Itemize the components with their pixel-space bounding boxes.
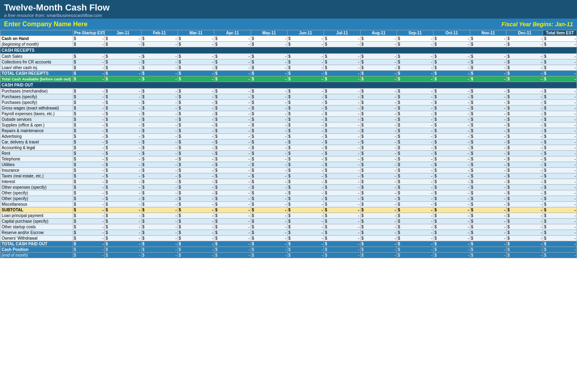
money-cell[interactable]: $-	[470, 139, 506, 145]
money-cell[interactable]: $-	[105, 65, 141, 71]
money-cell[interactable]: $-	[214, 128, 251, 134]
money-cell[interactable]: $-	[287, 139, 324, 145]
money-cell[interactable]: $-	[507, 202, 543, 207]
money-cell[interactable]: $-	[470, 190, 506, 196]
money-cell[interactable]: $-	[178, 241, 214, 247]
money-cell[interactable]: $-	[73, 241, 105, 247]
money-cell[interactable]: $-	[507, 196, 543, 202]
money-cell[interactable]: $-	[178, 139, 214, 145]
data-row-label[interactable]: (beginning of month)	[0, 42, 73, 47]
data-row-label[interactable]: Purchases (merchandise)	[0, 89, 73, 94]
money-cell[interactable]: $-	[105, 139, 141, 145]
money-cell[interactable]: $-	[141, 213, 178, 219]
money-cell[interactable]: $-	[543, 100, 577, 105]
money-cell[interactable]: $-	[141, 111, 178, 117]
money-cell[interactable]: $-	[105, 128, 141, 134]
money-cell[interactable]: $-	[360, 247, 397, 253]
money-cell[interactable]: $-	[214, 190, 251, 196]
money-cell[interactable]: $-	[470, 134, 506, 139]
money-cell[interactable]: $-	[507, 42, 543, 47]
money-cell[interactable]: $-	[105, 134, 141, 139]
money-cell[interactable]: $-	[324, 145, 360, 151]
money-cell[interactable]: $-	[470, 247, 506, 253]
money-cell[interactable]: $-	[214, 224, 251, 230]
money-cell[interactable]: $-	[73, 156, 105, 162]
money-cell[interactable]: $-	[433, 128, 470, 134]
money-cell[interactable]: $-	[73, 111, 105, 117]
money-cell[interactable]: $-	[433, 151, 470, 156]
money-cell[interactable]: $-	[543, 207, 577, 213]
money-cell[interactable]: $-	[543, 241, 577, 247]
money-cell[interactable]: $-	[214, 36, 251, 42]
money-cell[interactable]: $-	[543, 71, 577, 76]
money-cell[interactable]: $-	[507, 145, 543, 151]
money-cell[interactable]: $-	[287, 71, 324, 76]
money-cell[interactable]: $-	[251, 207, 287, 213]
money-cell[interactable]: $-	[324, 151, 360, 156]
money-cell[interactable]: $-	[470, 241, 506, 247]
money-cell[interactable]: $-	[251, 168, 287, 173]
money-cell[interactable]: $-	[251, 42, 287, 47]
money-cell[interactable]: $-	[360, 94, 397, 100]
money-cell[interactable]: $-	[507, 65, 543, 71]
money-cell[interactable]: $-	[507, 111, 543, 117]
money-cell[interactable]: $-	[324, 122, 360, 128]
money-cell[interactable]: $-	[214, 219, 251, 224]
money-cell[interactable]: $-	[397, 213, 433, 219]
money-cell[interactable]: $-	[141, 224, 178, 230]
money-cell[interactable]: $-	[470, 207, 506, 213]
money-cell[interactable]: $-	[433, 236, 470, 241]
money-cell[interactable]: $-	[141, 100, 178, 105]
money-cell[interactable]: $-	[73, 54, 105, 59]
money-cell[interactable]: $-	[543, 117, 577, 122]
money-cell[interactable]: $-	[543, 162, 577, 168]
money-cell[interactable]: $-	[141, 122, 178, 128]
money-cell[interactable]: $-	[141, 219, 178, 224]
money-cell[interactable]: $-	[507, 185, 543, 190]
data-row-label[interactable]: Cash Sales	[0, 54, 73, 59]
money-cell[interactable]: $-	[214, 213, 251, 219]
money-cell[interactable]: $-	[251, 219, 287, 224]
money-cell[interactable]: $-	[360, 213, 397, 219]
money-cell[interactable]: $-	[470, 162, 506, 168]
money-cell[interactable]: $-	[214, 100, 251, 105]
money-cell[interactable]: $-	[470, 122, 506, 128]
money-cell[interactable]: $-	[73, 196, 105, 202]
money-cell[interactable]: $-	[433, 122, 470, 128]
money-cell[interactable]: $-	[105, 253, 141, 258]
money-cell[interactable]: $-	[178, 100, 214, 105]
money-cell[interactable]: $-	[287, 134, 324, 139]
money-cell[interactable]: $-	[251, 202, 287, 207]
money-cell[interactable]: $-	[251, 236, 287, 241]
money-cell[interactable]: $-	[507, 76, 543, 82]
money-cell[interactable]: $-	[287, 111, 324, 117]
money-cell[interactable]: $-	[251, 213, 287, 219]
money-cell[interactable]: $-	[507, 247, 543, 253]
money-cell[interactable]: $-	[73, 219, 105, 224]
money-cell[interactable]: $-	[543, 122, 577, 128]
money-cell[interactable]: $-	[543, 185, 577, 190]
money-cell[interactable]: $-	[178, 59, 214, 65]
money-cell[interactable]: $-	[105, 213, 141, 219]
money-cell[interactable]: $-	[360, 241, 397, 247]
money-cell[interactable]: $-	[543, 202, 577, 207]
money-cell[interactable]: $-	[141, 36, 178, 42]
money-cell[interactable]: $-	[105, 241, 141, 247]
money-cell[interactable]: $-	[178, 89, 214, 94]
money-cell[interactable]: $-	[287, 219, 324, 224]
money-cell[interactable]: $-	[507, 162, 543, 168]
money-cell[interactable]: $-	[73, 122, 105, 128]
money-cell[interactable]: $-	[543, 173, 577, 179]
money-cell[interactable]: $-	[105, 94, 141, 100]
money-cell[interactable]: $-	[324, 207, 360, 213]
money-cell[interactable]: $-	[324, 224, 360, 230]
money-cell[interactable]: $-	[324, 247, 360, 253]
money-cell[interactable]: $-	[141, 196, 178, 202]
money-cell[interactable]: $-	[360, 196, 397, 202]
money-cell[interactable]: $-	[214, 94, 251, 100]
money-cell[interactable]: $-	[507, 59, 543, 65]
money-cell[interactable]: $-	[105, 117, 141, 122]
money-cell[interactable]: $-	[507, 105, 543, 111]
money-cell[interactable]: $-	[178, 71, 214, 76]
money-cell[interactable]: $-	[287, 105, 324, 111]
